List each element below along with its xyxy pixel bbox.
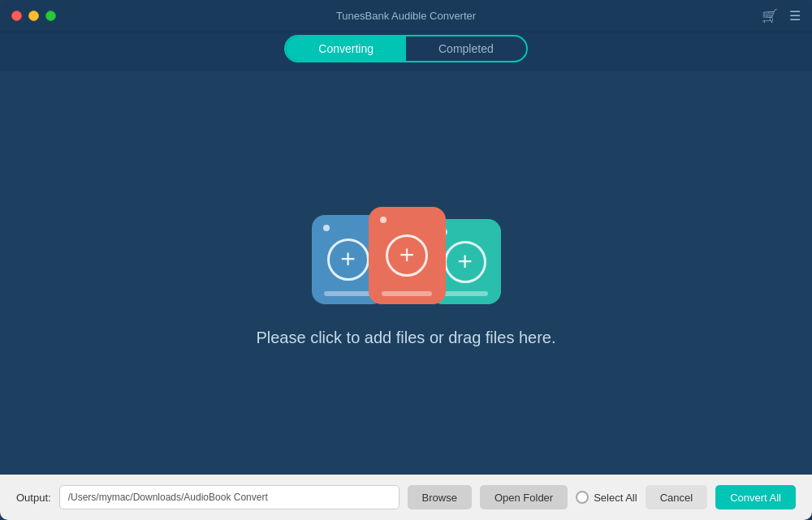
app-title: TunesBank Audible Converter <box>336 10 476 22</box>
plus-circle-center: + <box>386 234 428 277</box>
drop-hint-text: Please click to add files or drag files … <box>256 329 555 347</box>
output-label: Output: <box>16 492 51 504</box>
tab-container: Converting Completed <box>284 35 527 62</box>
plus-circle-left: + <box>327 239 369 281</box>
book-bar-center <box>382 291 432 296</box>
book-dot-left <box>323 225 330 231</box>
plus-circle-right: + <box>444 241 486 283</box>
title-bar-actions: 🛒 ☰ <box>762 8 801 24</box>
output-path: /Users/mymac/Downloads/AudioBook Convert <box>59 485 400 509</box>
close-button[interactable] <box>11 11 22 21</box>
tab-completed[interactable]: Completed <box>406 37 526 61</box>
book-icon-center: + <box>369 207 446 304</box>
tab-bar: Converting Completed <box>0 32 812 71</box>
plus-sign-center: + <box>400 242 415 268</box>
convert-all-button[interactable]: Convert All <box>715 485 796 509</box>
plus-sign-left: + <box>340 246 356 272</box>
cart-icon[interactable]: 🛒 <box>762 8 778 24</box>
select-all-radio[interactable] <box>576 491 589 504</box>
book-bar-right <box>442 291 488 296</box>
select-all-label[interactable]: Select All <box>594 492 637 504</box>
app-window: TunesBank Audible Converter 🛒 ☰ Converti… <box>0 0 812 520</box>
maximize-button[interactable] <box>45 11 56 21</box>
select-all-wrapper: Select All <box>576 491 637 504</box>
menu-icon[interactable]: ☰ <box>789 8 801 24</box>
bottom-bar: Output: /Users/mymac/Downloads/AudioBook… <box>0 475 812 520</box>
output-path-text: /Users/mymac/Downloads/AudioBook Convert <box>68 492 268 503</box>
title-bar: TunesBank Audible Converter 🛒 ☰ <box>0 0 812 32</box>
book-dot-center <box>380 217 387 223</box>
book-bar-left <box>324 291 372 296</box>
cancel-button[interactable]: Cancel <box>646 485 707 509</box>
traffic-lights <box>11 11 56 21</box>
open-folder-button[interactable]: Open Folder <box>480 485 568 509</box>
browse-button[interactable]: Browse <box>408 485 472 509</box>
tab-converting[interactable]: Converting <box>286 37 406 61</box>
main-content[interactable]: + + + Please click to add <box>0 71 812 475</box>
book-icons-illustration: + + + <box>312 199 501 304</box>
plus-sign-right: + <box>457 248 473 274</box>
minimize-button[interactable] <box>28 11 39 21</box>
